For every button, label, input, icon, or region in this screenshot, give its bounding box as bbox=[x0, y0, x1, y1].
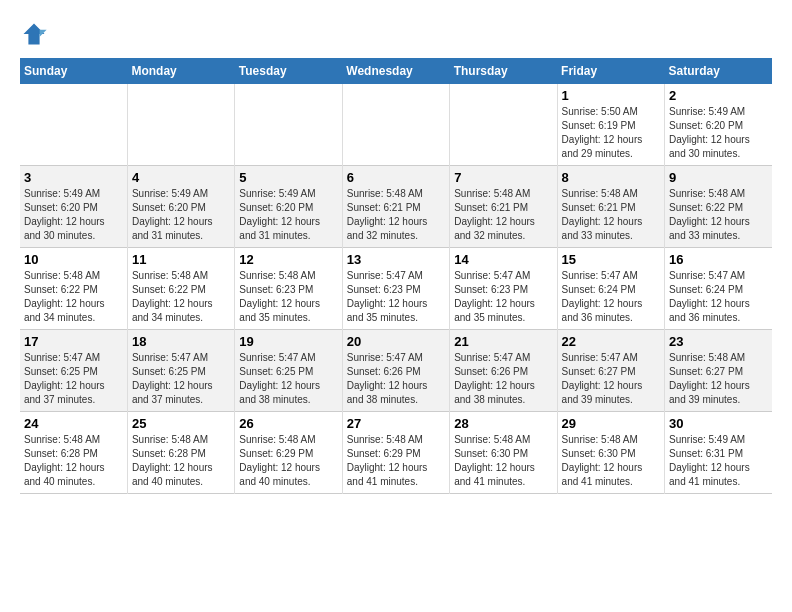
day-info: Sunrise: 5:48 AMSunset: 6:23 PMDaylight:… bbox=[239, 269, 337, 325]
day-info: Sunrise: 5:48 AMSunset: 6:29 PMDaylight:… bbox=[239, 433, 337, 489]
day-info: Sunrise: 5:47 AMSunset: 6:23 PMDaylight:… bbox=[454, 269, 552, 325]
calendar-cell bbox=[127, 84, 234, 166]
calendar-cell: 3Sunrise: 5:49 AMSunset: 6:20 PMDaylight… bbox=[20, 166, 127, 248]
day-number: 28 bbox=[454, 416, 552, 431]
calendar-cell: 15Sunrise: 5:47 AMSunset: 6:24 PMDayligh… bbox=[557, 248, 664, 330]
calendar-week-row: 1Sunrise: 5:50 AMSunset: 6:19 PMDaylight… bbox=[20, 84, 772, 166]
calendar-cell: 16Sunrise: 5:47 AMSunset: 6:24 PMDayligh… bbox=[665, 248, 772, 330]
day-number: 15 bbox=[562, 252, 660, 267]
day-number: 27 bbox=[347, 416, 445, 431]
day-number: 13 bbox=[347, 252, 445, 267]
day-number: 24 bbox=[24, 416, 123, 431]
day-info: Sunrise: 5:49 AMSunset: 6:20 PMDaylight:… bbox=[239, 187, 337, 243]
day-number: 21 bbox=[454, 334, 552, 349]
calendar-cell: 22Sunrise: 5:47 AMSunset: 6:27 PMDayligh… bbox=[557, 330, 664, 412]
day-number: 26 bbox=[239, 416, 337, 431]
calendar-cell: 21Sunrise: 5:47 AMSunset: 6:26 PMDayligh… bbox=[450, 330, 557, 412]
day-number: 20 bbox=[347, 334, 445, 349]
calendar-week-row: 10Sunrise: 5:48 AMSunset: 6:22 PMDayligh… bbox=[20, 248, 772, 330]
calendar-cell: 8Sunrise: 5:48 AMSunset: 6:21 PMDaylight… bbox=[557, 166, 664, 248]
calendar-cell: 17Sunrise: 5:47 AMSunset: 6:25 PMDayligh… bbox=[20, 330, 127, 412]
day-info: Sunrise: 5:47 AMSunset: 6:27 PMDaylight:… bbox=[562, 351, 660, 407]
calendar-cell: 11Sunrise: 5:48 AMSunset: 6:22 PMDayligh… bbox=[127, 248, 234, 330]
day-info: Sunrise: 5:48 AMSunset: 6:21 PMDaylight:… bbox=[454, 187, 552, 243]
calendar-cell: 25Sunrise: 5:48 AMSunset: 6:28 PMDayligh… bbox=[127, 412, 234, 494]
calendar-cell bbox=[450, 84, 557, 166]
calendar-cell: 30Sunrise: 5:49 AMSunset: 6:31 PMDayligh… bbox=[665, 412, 772, 494]
calendar-cell: 1Sunrise: 5:50 AMSunset: 6:19 PMDaylight… bbox=[557, 84, 664, 166]
calendar-cell: 24Sunrise: 5:48 AMSunset: 6:28 PMDayligh… bbox=[20, 412, 127, 494]
calendar-cell: 5Sunrise: 5:49 AMSunset: 6:20 PMDaylight… bbox=[235, 166, 342, 248]
calendar-cell: 23Sunrise: 5:48 AMSunset: 6:27 PMDayligh… bbox=[665, 330, 772, 412]
day-number: 25 bbox=[132, 416, 230, 431]
calendar-cell bbox=[20, 84, 127, 166]
day-info: Sunrise: 5:47 AMSunset: 6:25 PMDaylight:… bbox=[24, 351, 123, 407]
day-header: Saturday bbox=[665, 58, 772, 84]
day-number: 5 bbox=[239, 170, 337, 185]
day-info: Sunrise: 5:50 AMSunset: 6:19 PMDaylight:… bbox=[562, 105, 660, 161]
calendar-cell: 29Sunrise: 5:48 AMSunset: 6:30 PMDayligh… bbox=[557, 412, 664, 494]
day-number: 6 bbox=[347, 170, 445, 185]
logo bbox=[20, 20, 52, 48]
calendar-cell bbox=[235, 84, 342, 166]
day-header: Wednesday bbox=[342, 58, 449, 84]
day-number: 22 bbox=[562, 334, 660, 349]
day-info: Sunrise: 5:49 AMSunset: 6:20 PMDaylight:… bbox=[669, 105, 768, 161]
day-number: 19 bbox=[239, 334, 337, 349]
logo-icon bbox=[20, 20, 48, 48]
day-info: Sunrise: 5:48 AMSunset: 6:21 PMDaylight:… bbox=[562, 187, 660, 243]
day-info: Sunrise: 5:48 AMSunset: 6:30 PMDaylight:… bbox=[454, 433, 552, 489]
day-info: Sunrise: 5:49 AMSunset: 6:31 PMDaylight:… bbox=[669, 433, 768, 489]
calendar-cell: 7Sunrise: 5:48 AMSunset: 6:21 PMDaylight… bbox=[450, 166, 557, 248]
calendar-cell: 2Sunrise: 5:49 AMSunset: 6:20 PMDaylight… bbox=[665, 84, 772, 166]
day-number: 9 bbox=[669, 170, 768, 185]
day-info: Sunrise: 5:47 AMSunset: 6:26 PMDaylight:… bbox=[454, 351, 552, 407]
calendar-table: SundayMondayTuesdayWednesdayThursdayFrid… bbox=[20, 58, 772, 494]
day-info: Sunrise: 5:48 AMSunset: 6:22 PMDaylight:… bbox=[24, 269, 123, 325]
day-header: Friday bbox=[557, 58, 664, 84]
calendar-cell bbox=[342, 84, 449, 166]
calendar-cell: 26Sunrise: 5:48 AMSunset: 6:29 PMDayligh… bbox=[235, 412, 342, 494]
day-info: Sunrise: 5:47 AMSunset: 6:25 PMDaylight:… bbox=[132, 351, 230, 407]
day-number: 7 bbox=[454, 170, 552, 185]
day-info: Sunrise: 5:48 AMSunset: 6:28 PMDaylight:… bbox=[132, 433, 230, 489]
day-info: Sunrise: 5:48 AMSunset: 6:28 PMDaylight:… bbox=[24, 433, 123, 489]
day-info: Sunrise: 5:49 AMSunset: 6:20 PMDaylight:… bbox=[24, 187, 123, 243]
day-info: Sunrise: 5:48 AMSunset: 6:22 PMDaylight:… bbox=[132, 269, 230, 325]
page-header bbox=[20, 20, 772, 48]
day-info: Sunrise: 5:47 AMSunset: 6:24 PMDaylight:… bbox=[562, 269, 660, 325]
day-info: Sunrise: 5:47 AMSunset: 6:25 PMDaylight:… bbox=[239, 351, 337, 407]
day-info: Sunrise: 5:48 AMSunset: 6:29 PMDaylight:… bbox=[347, 433, 445, 489]
calendar-cell: 12Sunrise: 5:48 AMSunset: 6:23 PMDayligh… bbox=[235, 248, 342, 330]
calendar-week-row: 17Sunrise: 5:47 AMSunset: 6:25 PMDayligh… bbox=[20, 330, 772, 412]
day-number: 17 bbox=[24, 334, 123, 349]
day-number: 30 bbox=[669, 416, 768, 431]
day-info: Sunrise: 5:48 AMSunset: 6:30 PMDaylight:… bbox=[562, 433, 660, 489]
day-number: 8 bbox=[562, 170, 660, 185]
calendar-cell: 19Sunrise: 5:47 AMSunset: 6:25 PMDayligh… bbox=[235, 330, 342, 412]
day-number: 29 bbox=[562, 416, 660, 431]
calendar-week-row: 3Sunrise: 5:49 AMSunset: 6:20 PMDaylight… bbox=[20, 166, 772, 248]
day-header: Monday bbox=[127, 58, 234, 84]
day-info: Sunrise: 5:48 AMSunset: 6:27 PMDaylight:… bbox=[669, 351, 768, 407]
day-number: 1 bbox=[562, 88, 660, 103]
day-number: 4 bbox=[132, 170, 230, 185]
calendar-cell: 6Sunrise: 5:48 AMSunset: 6:21 PMDaylight… bbox=[342, 166, 449, 248]
day-number: 3 bbox=[24, 170, 123, 185]
day-info: Sunrise: 5:49 AMSunset: 6:20 PMDaylight:… bbox=[132, 187, 230, 243]
calendar-cell: 14Sunrise: 5:47 AMSunset: 6:23 PMDayligh… bbox=[450, 248, 557, 330]
calendar-week-row: 24Sunrise: 5:48 AMSunset: 6:28 PMDayligh… bbox=[20, 412, 772, 494]
calendar-cell: 20Sunrise: 5:47 AMSunset: 6:26 PMDayligh… bbox=[342, 330, 449, 412]
calendar-cell: 10Sunrise: 5:48 AMSunset: 6:22 PMDayligh… bbox=[20, 248, 127, 330]
calendar-cell: 9Sunrise: 5:48 AMSunset: 6:22 PMDaylight… bbox=[665, 166, 772, 248]
calendar-cell: 28Sunrise: 5:48 AMSunset: 6:30 PMDayligh… bbox=[450, 412, 557, 494]
calendar-cell: 27Sunrise: 5:48 AMSunset: 6:29 PMDayligh… bbox=[342, 412, 449, 494]
day-number: 14 bbox=[454, 252, 552, 267]
day-number: 10 bbox=[24, 252, 123, 267]
day-info: Sunrise: 5:47 AMSunset: 6:24 PMDaylight:… bbox=[669, 269, 768, 325]
calendar-cell: 18Sunrise: 5:47 AMSunset: 6:25 PMDayligh… bbox=[127, 330, 234, 412]
day-header: Thursday bbox=[450, 58, 557, 84]
day-number: 23 bbox=[669, 334, 768, 349]
day-info: Sunrise: 5:47 AMSunset: 6:23 PMDaylight:… bbox=[347, 269, 445, 325]
day-header: Tuesday bbox=[235, 58, 342, 84]
